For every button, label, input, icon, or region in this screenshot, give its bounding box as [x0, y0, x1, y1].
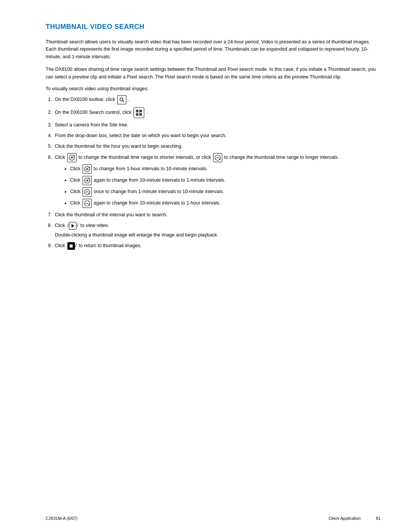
footer-left: C2631M-A (6/07) [46, 516, 78, 521]
step-1-text-after: . [128, 97, 129, 102]
svg-rect-2 [136, 110, 139, 112]
zoom-out-icon-b3 [83, 187, 92, 197]
search-control-icon [134, 107, 144, 118]
step-7: Click the thumbnail of the interval you … [53, 211, 381, 219]
step-9: Click / to return to thumbnail images. [53, 242, 381, 250]
zoom-in-icon-b2 [83, 176, 92, 185]
stop-button-icon [67, 242, 75, 250]
step-9-text-before: Click [55, 243, 67, 248]
toolbar-search-icon [117, 95, 126, 104]
svg-marker-21 [72, 224, 74, 228]
step-6-text-mid: to change the thumbnail time range to sh… [78, 155, 212, 160]
zoom-out-icon-b4 [83, 199, 92, 208]
paragraph-2: The DX8100 allows sharing of time range … [46, 66, 381, 81]
paragraph-1: Thumbnail search allows users to visuall… [46, 38, 381, 61]
step-3-text: Select a camera from the Site tree. [55, 122, 128, 128]
zoom-out-icon-step6 [213, 153, 222, 162]
svg-point-0 [120, 98, 123, 101]
step-2-text-before: On the DX8100 Search control, click [55, 110, 132, 115]
step-6-sub-list: Click to change from 1-hour intervals to… [70, 165, 381, 208]
page-container: THUMBNAIL VIDEO SEARCH Thumbnail search … [0, 0, 411, 532]
page-title: THUMBNAIL VIDEO SEARCH [46, 23, 381, 31]
step-4: From the drop-down box, select the date … [53, 132, 381, 139]
step-8-subnote: Double-clicking a thumbnail image will e… [55, 231, 218, 239]
footer-app-name: Client Application [328, 516, 361, 521]
step-9-text-after: to return to thumbnail images. [79, 243, 142, 248]
step-8-text-before: Click [55, 223, 67, 228]
step-1: On the DX8100 toolbar, click . [53, 95, 381, 104]
step-8-text-after: to view video. [80, 223, 109, 228]
step-8: Click / / to view video. Double-clicking… [53, 222, 381, 239]
step-4-text: From the drop-down box, select the date … [55, 133, 226, 138]
step-3: Select a camera from the Site tree. [53, 121, 381, 129]
sub-bullet-2: Click again to change from 10-minute int… [70, 176, 381, 185]
intro-label: To visually search video using thumbnail… [46, 86, 381, 91]
play-slash-icon: / / [67, 222, 78, 230]
sub-bullet-1: Click to change from 1-hour intervals to… [70, 165, 381, 174]
sub-bullet-3: Click once to change from 1-minute inter… [70, 187, 381, 197]
step-5-text: Click the thumbnail for the hour you wan… [55, 144, 183, 149]
svg-line-1 [123, 101, 124, 102]
stop-slash-icon: / [67, 242, 77, 250]
svg-rect-3 [139, 110, 142, 112]
step-6-text-after: to change the thumbnail time range to lo… [224, 155, 339, 160]
svg-rect-22 [70, 244, 73, 248]
svg-rect-4 [136, 113, 139, 116]
svg-rect-5 [139, 113, 142, 116]
play-button-icon [69, 222, 76, 230]
step-6-text-before: Click [55, 155, 67, 160]
zoom-in-icon-b1 [83, 165, 92, 174]
steps-list: On the DX8100 toolbar, click . On the DX… [53, 95, 381, 250]
step-5: Click the thumbnail for the hour you wan… [53, 142, 381, 150]
step-7-text: Click the thumbnail of the interval you … [55, 212, 167, 217]
footer-right: Client Application 81 [328, 516, 381, 521]
step-2: On the DX8100 Search control, click . [53, 107, 381, 118]
step-2-text-after: . [146, 110, 147, 115]
zoom-in-icon-step6 [67, 153, 76, 162]
page-footer: C2631M-A (6/07) Client Application 81 [0, 516, 411, 521]
footer-page-number: 81 [376, 516, 381, 521]
step-6: Click to change the thumbnail time range… [53, 153, 381, 208]
sub-bullet-4: Click again to change from 10-minute int… [70, 199, 381, 208]
step-1-text-before: On the DX8100 toolbar, click [55, 97, 115, 102]
